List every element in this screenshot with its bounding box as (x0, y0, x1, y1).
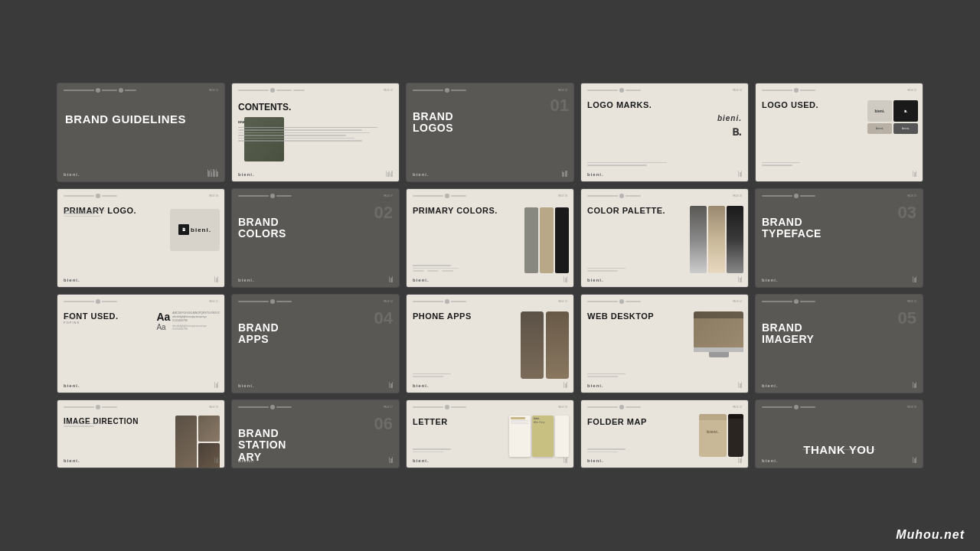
slide-brand-apps[interactable]: PAGE 12 04 BRANDAPPS bieni. (231, 294, 400, 393)
slide-folder-map[interactable]: PAGE 19 FOLDER MAP bieni. bieni. (580, 399, 749, 468)
slide-font-used[interactable]: PAGE 11 FONT USED. INTER POPINS Aa Aa AB… (57, 294, 225, 393)
phone-mockup-2 (546, 311, 569, 379)
bieni-label: bieni. (64, 383, 80, 388)
slide-brand-typeface[interactable]: PAGE 10 03 BRANDTYPEFACE bieni. (755, 188, 923, 288)
slide-title: LOGO MARKS. (587, 100, 742, 109)
bieni-label: bieni. (64, 172, 80, 177)
desktop-mockup (694, 311, 743, 357)
slide-brand-guidelines[interactable]: PAGE 01 BRAND GUIDELINES bieni. (57, 83, 225, 182)
slide-web-desktop[interactable]: PAGE 14 WEB DESKTOP bieni. (580, 294, 749, 393)
slide-title: BRANDAPPS (238, 322, 393, 346)
bieni-label: bieni. (238, 458, 255, 463)
slide-title: BRANDCOLORS (238, 217, 393, 240)
barcode (913, 457, 916, 463)
slide-number: 05 (898, 308, 916, 328)
slide-image-direction[interactable]: PAGE 16 IMAGE DIRECTION bieni. (57, 399, 225, 468)
bieni-label: bieni. (587, 278, 604, 282)
slide-brand-logos[interactable]: PAGE 03 01 BRANDLOGOS bieni. (406, 83, 574, 182)
barcode (738, 457, 742, 463)
slide-title: BRANDTYPEFACE (762, 217, 916, 240)
bieni-label: bieni. (238, 278, 255, 282)
slide-primary-colors[interactable]: PAGE 08 PRIMARY COLORS. bieni. (406, 188, 574, 288)
slide-logo-marks[interactable]: PAGE 04 LOGO MARKS. bieni. ʙ. bieni. (580, 83, 749, 182)
barcode (214, 457, 218, 463)
phone-mockup-1 (521, 311, 544, 379)
slide-grid: PAGE 01 BRAND GUIDELINES bieni. (41, 67, 939, 484)
color-swatch-gray (524, 207, 538, 273)
slide-phone-apps[interactable]: PAGE 13 PHONE APPS bieni. (406, 294, 574, 393)
slide-number: 02 (374, 203, 393, 223)
slide-color-palette[interactable]: PAGE 09 COLOR PALETTE. bieni. (580, 188, 749, 288)
barcode (913, 276, 916, 282)
barcode (207, 169, 219, 177)
slide-number: 06 (374, 414, 393, 434)
palette-col-1 (690, 206, 707, 273)
bieni-label: bieni. (413, 383, 430, 388)
barcode (738, 276, 742, 282)
barcode (564, 457, 567, 463)
bieni-label: bieni. (64, 458, 80, 463)
color-swatch-black (555, 207, 569, 273)
bieni-label: bieni. (587, 458, 604, 463)
barcode (562, 171, 568, 177)
barcode (214, 276, 218, 282)
slide-letter[interactable]: PAGE 18 LETTER bieni. After Party (406, 399, 574, 468)
slide-title: BRANDLOGOS (413, 111, 567, 135)
palette-col-2 (708, 206, 725, 273)
slide-title: BRANDIMAGERY (762, 322, 916, 346)
bieni-label: bieni. (238, 383, 255, 388)
watermark: Muhou.net (896, 528, 965, 542)
contents-portrait (244, 117, 284, 161)
folder-mockups: bieni. (699, 414, 743, 457)
barcode (389, 276, 393, 282)
slide-logo-used[interactable]: PAGE 05 LOGO USED. bieni. ʙ. bieni. bien… (755, 83, 923, 182)
bieni-label: bieni. (587, 172, 604, 177)
slide-thank-you[interactable]: PAGE 20 THANK YOU bieni. (755, 399, 923, 468)
barcode (214, 382, 218, 388)
color-swatch-tan (540, 207, 554, 273)
barcode (913, 171, 916, 177)
bieni-label: bieni. (413, 172, 430, 177)
slide-brand-stationery[interactable]: PAGE 17 06 BRANDSTATIONARY bieni. (231, 399, 400, 468)
slide-primary-logo[interactable]: PAGE 06 PRIMARY LOGO. ʙ bieni. bieni. (57, 188, 225, 288)
bieni-label: bieni. (587, 383, 604, 388)
bieni-label: bieni. (762, 458, 779, 463)
image-grid (175, 416, 220, 454)
barcode (738, 171, 742, 177)
barcode (564, 382, 567, 388)
slide-contents[interactable]: PAGE 02 CONTENTS. BRAND CONTENTS bieni. (231, 83, 400, 182)
barcode (386, 171, 393, 177)
slide-number: 03 (898, 203, 916, 223)
slide-number: 01 (550, 96, 569, 116)
slide-title: BRAND GUIDELINES (65, 113, 218, 126)
slide-brand-colors[interactable]: PAGE 07 02 BRANDCOLORS bieni. (231, 188, 400, 288)
barcode (389, 457, 393, 463)
barcode (389, 382, 393, 388)
barcode (738, 382, 742, 388)
bieni-label: bieni. (413, 458, 430, 463)
palette-col-3 (727, 206, 743, 273)
barcode (564, 276, 567, 282)
barcode (913, 382, 916, 388)
bieni-label: bieni. (413, 278, 430, 282)
letter-mockups: bieni. After Party (509, 416, 569, 457)
bieni-label: bieni. (238, 172, 255, 177)
slide-number: 04 (374, 308, 393, 328)
bieni-label: bieni. (762, 278, 779, 282)
bieni-label: bieni. (64, 278, 80, 282)
slide-title: CONTENTS. (238, 102, 393, 112)
slide-brand-imagery[interactable]: PAGE 15 05 BRANDIMAGERY bieni. (755, 294, 923, 393)
bieni-label: bieni. (762, 383, 779, 388)
